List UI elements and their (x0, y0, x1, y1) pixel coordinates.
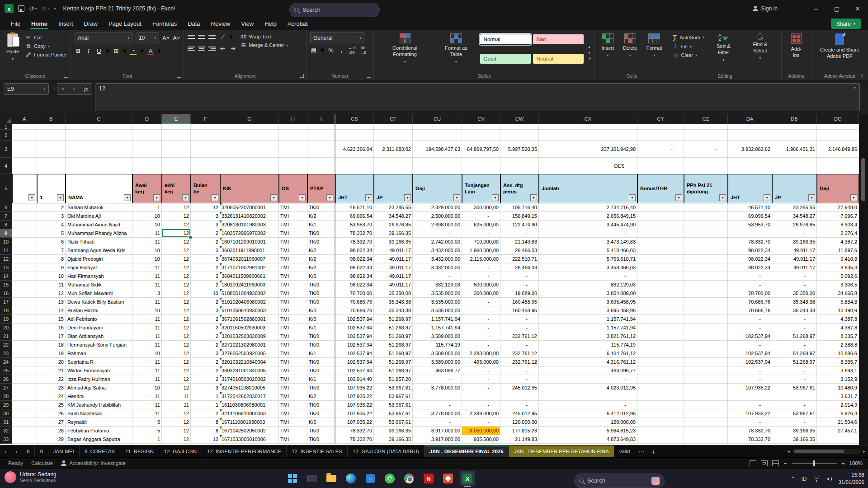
row-header-19[interactable]: 19 (0, 315, 12, 324)
cell-B[interactable]: 13 (37, 298, 66, 306)
cell-CT[interactable]: 51.268,97 (374, 315, 413, 324)
cell-H[interactable]: TMI (279, 401, 307, 409)
cell-CS[interactable]: 102.537,94 (335, 349, 374, 358)
cell-E[interactable]: 12 (162, 246, 191, 255)
row-header-12[interactable]: 12 (0, 255, 12, 263)
cell-CY[interactable] (637, 289, 684, 298)
sheet-tab-11-resign[interactable]: 11. RESIGN (120, 446, 159, 457)
filter-dropdown-CV[interactable]: ▾ (492, 194, 499, 201)
cell-DA[interactable]: - (728, 375, 772, 384)
cell-B[interactable] (37, 130, 66, 141)
cell-DA[interactable]: 107.935,22 (728, 384, 772, 392)
col-header-CT[interactable]: CT (374, 114, 413, 124)
cell-CZ[interactable] (684, 124, 728, 130)
cell-CZ[interactable] (684, 306, 728, 315)
cell-CW[interactable]: 120.000,00 (500, 418, 539, 427)
cell-CU[interactable]: 3.535.000,00 (413, 289, 462, 298)
cell-G[interactable] (220, 124, 279, 130)
col-header-A[interactable]: A (12, 114, 37, 124)
cell-DB[interactable]: - (772, 229, 817, 238)
taskbar-app-app-n[interactable]: N (421, 471, 436, 486)
sheet-tab-jan-desember-final-2025[interactable]: JAN - DESEMBER FINAL 2025 (425, 446, 509, 457)
cell-CZ[interactable] (684, 366, 728, 375)
cell-CT[interactable]: 51.268,97 (374, 349, 413, 358)
cell-E[interactable]: 12 (162, 418, 191, 427)
format-painter-button[interactable]: 🖉Format Painter (25, 52, 67, 58)
cell-E[interactable]: 12 (162, 341, 191, 349)
cell-C[interactable] (66, 158, 132, 174)
cell-CT[interactable]: 53.967,61 (374, 392, 413, 401)
cell-D[interactable]: 10 (132, 246, 162, 255)
cell-A[interactable] (12, 375, 37, 384)
cell-DB[interactable]: 51.268,97 (772, 349, 817, 358)
cell-CY[interactable] (637, 392, 684, 401)
cell-CU[interactable]: 1.157.741,94 (413, 324, 462, 332)
sign-in-button[interactable]: Sign in (753, 0, 778, 17)
cell-A[interactable] (12, 349, 37, 358)
cell-CY[interactable] (637, 306, 684, 315)
cell-CS[interactable] (335, 158, 374, 174)
cell-D[interactable]: 1 (132, 435, 162, 444)
cell-CY[interactable] (637, 315, 684, 324)
cell-DC[interactable]: 10.480,9 (817, 384, 859, 392)
align-center-icon[interactable] (198, 47, 205, 51)
cell-CS[interactable]: 98.022,34 (335, 246, 374, 255)
cell-CZ[interactable] (684, 409, 728, 418)
cell-B[interactable]: 25 (37, 401, 66, 409)
cell-CT[interactable]: 23.285,55 (374, 203, 413, 212)
cell-CZ[interactable] (684, 203, 728, 212)
cell-CU[interactable]: 3.535.000,00 (413, 298, 462, 306)
filter-dropdown-CZ[interactable]: ▾ (719, 194, 726, 201)
menu-tab-acrobat[interactable]: Acrobat (283, 19, 312, 29)
cell-DC[interactable]: 11.897,6 (817, 246, 859, 255)
cell-CT[interactable]: 51.268,97 (374, 366, 413, 375)
cell-CS[interactable]: 107.935,22 (335, 392, 374, 401)
cell-B[interactable]: 24 (37, 392, 66, 401)
cell-DC[interactable]: 6.834,3 (817, 298, 859, 306)
cell-CT[interactable]: 39.166,35 (374, 229, 413, 238)
cell-B[interactable]: 15 (37, 315, 66, 324)
row-header-25[interactable]: 25 (0, 366, 12, 375)
cell-F[interactable] (191, 158, 220, 174)
insert-function-icon[interactable]: fx (84, 86, 88, 93)
taskbar-app-excel[interactable]: X (460, 471, 475, 486)
cell-G[interactable]: 3276052503920005 (220, 349, 279, 358)
cell-H[interactable]: TMI (279, 358, 307, 366)
titlebar-search-input[interactable]: Search (289, 3, 380, 17)
font-color-icon[interactable]: A (147, 47, 154, 54)
sheet-tab-12-gaji-cbn-data-baru-[interactable]: 12. GAJI CBN (DATA BARU) (348, 446, 425, 457)
cell-E[interactable] (162, 130, 191, 141)
cell-I[interactable] (307, 124, 335, 130)
cell-CU[interactable]: Gaji▾ (413, 174, 462, 203)
cell-H[interactable]: TMI (279, 392, 307, 401)
cell-DA[interactable]: 98.022,34 (728, 246, 772, 255)
row-header-7[interactable]: 7 (0, 212, 12, 221)
cell-CZ[interactable] (684, 229, 728, 238)
filter-dropdown-C[interactable]: ▾ (124, 194, 131, 201)
cell-CU[interactable]: 3.589.000,00 (413, 358, 462, 366)
cell-F[interactable]: 2 (191, 298, 220, 306)
cell-G[interactable]: 1671033005010006 (220, 435, 279, 444)
col-header-C[interactable]: C (66, 114, 132, 124)
col-header-B[interactable]: B (37, 114, 66, 124)
cell-F[interactable]: 3 (191, 384, 220, 392)
cell-G[interactable]: 3201032503830009 (220, 332, 279, 341)
cell-CW[interactable]: 105.716,40 (500, 203, 539, 212)
cell-CY[interactable] (637, 358, 684, 366)
cell-CY[interactable] (637, 272, 684, 281)
cell-DA[interactable]: - (728, 418, 772, 427)
cell-CZ[interactable] (684, 427, 728, 435)
cell-CV[interactable]: 625.000,00 (462, 221, 500, 229)
row-header-10[interactable]: 10 (0, 238, 12, 246)
cell-DA[interactable]: - (728, 272, 772, 281)
cell-H[interactable]: TMI (279, 238, 307, 246)
sheet-tab-jan-desember-pph-setahun-fina[interactable]: JAN - DESEMBER PPH SETAHUN FINA (509, 446, 614, 457)
cell-DC[interactable]: 7.096,7 (817, 212, 859, 221)
cell-C[interactable]: Muhammad Rhandy Alizha (66, 229, 132, 238)
collapse-ribbon-icon[interactable]: ˅ (861, 73, 863, 78)
cell-G[interactable]: 3604011509900661 (220, 272, 279, 281)
cell-D[interactable]: 5 (132, 427, 162, 435)
cell-I[interactable] (307, 141, 335, 158)
cell-G[interactable]: 3214106810900003 (220, 409, 279, 418)
styles-gallery-scroll[interactable]: ▴▾⊽ (586, 34, 591, 71)
